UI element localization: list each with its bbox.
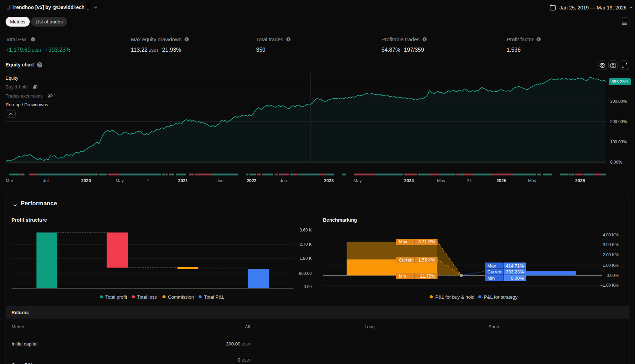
- svg-text:1.55 K%: 1.55 K%: [418, 257, 435, 263]
- svg-text:414.71%: 414.71%: [506, 263, 524, 269]
- svg-text:Total P&L: Total P&L: [204, 294, 225, 300]
- svg-text:P&L for strategy: P&L for strategy: [484, 294, 518, 300]
- svg-text:P&L for buy & hold: P&L for buy & hold: [435, 294, 474, 300]
- svg-text:Max: Max: [487, 263, 496, 269]
- svg-text:0.00: 0.00: [304, 284, 312, 289]
- svg-text:393.23%: 393.23%: [506, 269, 524, 274]
- svg-text:Total profit: Total profit: [105, 294, 127, 300]
- svg-text:900.00: 900.00: [299, 271, 312, 276]
- svg-text:−1.00 K%: −1.00 K%: [600, 283, 619, 288]
- svg-text:Current: Current: [487, 269, 503, 274]
- svg-text:0.00%: 0.00%: [511, 276, 524, 281]
- svg-text:1.00 K%: 1.00 K%: [603, 263, 619, 268]
- svg-text:Total loss: Total loss: [137, 294, 157, 300]
- svg-text:Min: Min: [399, 273, 406, 279]
- svg-text:Max: Max: [399, 239, 408, 244]
- svg-text:3.31 K%: 3.31 K%: [418, 239, 435, 244]
- svg-text:Commission: Commission: [168, 294, 194, 300]
- svg-text:1.80 K: 1.80 K: [299, 256, 312, 261]
- svg-text:3.60 K: 3.60 K: [299, 228, 312, 233]
- svg-text:4.00 K%: 4.00 K%: [603, 233, 619, 237]
- svg-text:2.70 K: 2.70 K: [299, 242, 312, 247]
- svg-text:2.00 K%: 2.00 K%: [603, 252, 619, 257]
- svg-text:Current: Current: [399, 257, 414, 263]
- svg-text:Min: Min: [487, 276, 495, 281]
- svg-text:3.00 K%: 3.00 K%: [603, 242, 619, 247]
- svg-text:−21.75%: −21.75%: [417, 273, 435, 279]
- svg-text:0.00%: 0.00%: [607, 273, 619, 278]
